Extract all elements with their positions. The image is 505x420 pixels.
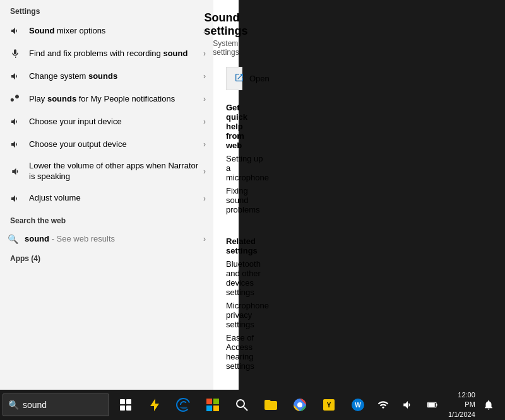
fix-recording-text: Find and fix problems with recording sou… — [29, 49, 203, 59]
app-icon-3[interactable]: W — [344, 390, 372, 420]
right-panel: Sound settings System settings Open Get … — [213, 0, 239, 390]
adjust-volume-icon — [8, 194, 23, 204]
search-popup: All Apps Documents Web More ▼ ••• Best m… — [0, 0, 239, 390]
battery-icon[interactable] — [422, 390, 444, 420]
svg-rect-2 — [126, 399, 131, 404]
input-device-text: Choose your input device — [29, 117, 203, 127]
sound-mixer-icon — [8, 26, 23, 36]
quick-help-title: Get quick help from web — [226, 103, 247, 150]
start-icon[interactable] — [199, 390, 227, 420]
taskbar-icons: Y W — [112, 390, 372, 420]
open-icon — [234, 73, 244, 85]
open-button[interactable]: Open — [226, 67, 242, 90]
chevron-right-icon-5: › — [203, 117, 206, 126]
my-people-icon — [8, 94, 23, 104]
volume-icon[interactable] — [396, 390, 419, 420]
svg-rect-20 — [428, 403, 435, 407]
svg-rect-19 — [436, 404, 437, 406]
link-microphone-setup[interactable]: Setting up a microphone — [226, 154, 269, 182]
svg-rect-6 — [206, 399, 212, 404]
list-item-adjust-volume[interactable]: Adjust volume › — [0, 187, 213, 210]
search-content: Best match Sound settings System setting… — [0, 0, 239, 390]
right-panel-subtitle: System settings — [213, 39, 239, 57]
task-view-icon[interactable] — [112, 390, 140, 420]
network-icon[interactable] — [372, 390, 394, 420]
list-item-my-people[interactable]: Play sounds for My People notifications … — [0, 88, 213, 110]
output-device-text: Choose your output device — [29, 139, 203, 150]
list-item-output-device[interactable]: Choose your output device › — [0, 133, 213, 156]
link-ease-of-access[interactable]: Ease of Access hearing settings — [226, 333, 254, 371]
left-panel: Best match Sound settings System setting… — [0, 0, 213, 390]
list-item-lower-volume[interactable]: Lower the volume of other apps when Narr… — [0, 156, 213, 187]
chevron-right-icon-7: › — [203, 167, 206, 176]
chevron-right-icon-4: › — [203, 95, 206, 103]
svg-text:Y: Y — [327, 402, 331, 409]
web-search-item[interactable]: 🔍 sound - See web results › — [0, 229, 213, 249]
web-search-label: Search the web — [0, 210, 213, 229]
sound-mixer-text: Sound mixer options — [29, 26, 203, 37]
apps-label: Apps (4) — [0, 249, 213, 265]
svg-point-10 — [237, 400, 244, 407]
input-device-icon — [8, 117, 23, 127]
svg-rect-0 — [14, 49, 16, 54]
svg-text:W: W — [355, 402, 361, 409]
taskbar-search-icon: 🔍 — [8, 400, 19, 410]
notification-icon[interactable] — [478, 390, 500, 420]
svg-rect-8 — [206, 405, 212, 411]
chevron-right-icon-8: › — [203, 194, 206, 203]
my-people-text: Play sounds for My People notifications — [29, 94, 203, 105]
chrome-icon[interactable] — [286, 390, 314, 420]
system-sounds-text: Change system sounds — [29, 71, 203, 82]
system-sounds-icon — [8, 71, 23, 81]
taskbar: 🔍 — [0, 390, 505, 420]
list-item-fix-recording[interactable]: Find and fix problems with recording sou… — [0, 42, 213, 65]
settings-label: Settings — [0, 1, 213, 20]
adjust-volume-text: Adjust volume — [29, 193, 203, 204]
list-item-sound-mixer[interactable]: Sound mixer options › — [0, 20, 213, 42]
svg-marker-5 — [150, 399, 159, 411]
link-fixing-sound[interactable]: Fixing sound problems — [226, 186, 259, 214]
search-taskbar-icon[interactable] — [228, 390, 256, 420]
lower-volume-icon — [8, 166, 23, 177]
chevron-right-icon-3: › — [203, 72, 206, 81]
taskbar-search-input[interactable] — [23, 400, 104, 410]
chevron-right-icon-9: › — [203, 235, 206, 243]
svg-line-11 — [244, 407, 247, 411]
svg-rect-9 — [213, 405, 219, 411]
related-settings-title: Related settings — [226, 236, 258, 255]
svg-point-13 — [297, 402, 302, 407]
link-microphone-privacy[interactable]: Microphone privacy settings — [226, 301, 269, 329]
svg-rect-1 — [120, 399, 125, 404]
lower-volume-text: Lower the volume of other apps when Narr… — [29, 161, 203, 182]
fix-recording-icon — [8, 49, 23, 59]
taskbar-right: 12:00 PM 1/1/2024 — [372, 390, 505, 420]
output-device-icon — [8, 139, 23, 149]
clock: 12:00 PM 1/1/2024 — [446, 390, 475, 419]
search-icon: 🔍 — [8, 234, 18, 244]
web-search-text: sound - See web results — [25, 234, 115, 243]
app-icon-2[interactable]: Y — [315, 390, 343, 420]
open-label: Open — [249, 74, 270, 83]
svg-rect-7 — [213, 399, 219, 404]
taskbar-search[interactable]: 🔍 — [3, 394, 109, 416]
folder-icon[interactable] — [257, 390, 285, 420]
list-item-input-device[interactable]: Choose your input device › — [0, 110, 213, 133]
list-item-system-sounds[interactable]: Change system sounds › — [0, 65, 213, 88]
chevron-right-icon-2: › — [203, 49, 206, 58]
chevron-right-icon-6: › — [203, 140, 206, 149]
app-icon-1[interactable] — [141, 390, 169, 420]
svg-rect-3 — [120, 405, 125, 411]
right-panel-title: Sound settings — [205, 11, 248, 38]
edge-icon[interactable] — [170, 390, 198, 420]
link-bluetooth[interactable]: Bluetooth and other devices settings — [226, 259, 261, 297]
sound-settings-large-icon — [206, 0, 246, 6]
svg-rect-4 — [126, 405, 131, 411]
